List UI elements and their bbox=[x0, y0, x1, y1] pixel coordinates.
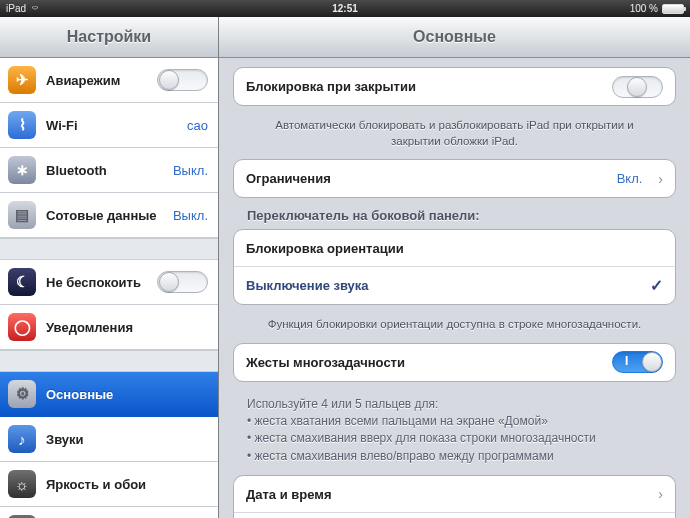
detail-scroll[interactable]: Блокировка при закрытии Автоматически бл… bbox=[219, 58, 690, 518]
wifi-value: cao bbox=[187, 118, 208, 133]
sidebar-item-label: Сотовые данные bbox=[46, 208, 157, 223]
wifi-status-icon: ⌔ bbox=[32, 3, 38, 14]
device-label: iPad bbox=[6, 3, 26, 14]
bluetooth-value: Выкл. bbox=[173, 163, 208, 178]
airplane-switch[interactable] bbox=[157, 69, 208, 91]
row-date-time[interactable]: Дата и время › bbox=[234, 476, 675, 513]
hint-b2: • жеста смахивания вверх для показа стро… bbox=[247, 430, 672, 447]
row-lock-cover[interactable]: Блокировка при закрытии bbox=[234, 68, 675, 105]
sidebar-item-label: Bluetooth bbox=[46, 163, 107, 178]
sidebar-gap bbox=[0, 238, 218, 260]
cellular-value: Выкл. bbox=[173, 208, 208, 223]
sideswitch-header: Переключатель на боковой панели: bbox=[233, 208, 676, 229]
general-icon: ⚙ bbox=[8, 380, 36, 408]
sidebar-item-label: Не беспокоить bbox=[46, 275, 141, 290]
battery-icon bbox=[662, 4, 684, 14]
option-label: Блокировка ориентации bbox=[246, 241, 404, 256]
chevron-right-icon: › bbox=[658, 171, 663, 187]
lock-cover-switch[interactable] bbox=[612, 76, 663, 98]
sidebar-item-label: Звуки bbox=[46, 432, 84, 447]
status-time: 12:51 bbox=[332, 3, 358, 14]
bluetooth-icon: ∗ bbox=[8, 156, 36, 184]
sidebar-item-brightness[interactable]: ☼ Яркость и обои bbox=[0, 462, 218, 507]
sidebar-item-dnd[interactable]: ☾ Не беспокоить bbox=[0, 260, 218, 305]
row-label: Блокировка при закрытии bbox=[246, 79, 416, 94]
brightness-icon: ☼ bbox=[8, 470, 36, 498]
sidebar-item-label: Основные bbox=[46, 387, 113, 402]
sidebar-item-frame[interactable]: ❀ Цифровая фоторамка bbox=[0, 507, 218, 518]
sidebar-gap bbox=[0, 350, 218, 372]
gestures-switch[interactable] bbox=[612, 351, 663, 373]
group-lockcover: Блокировка при закрытии bbox=[233, 67, 676, 106]
detail-pane: Основные Блокировка при закрытии Автомат… bbox=[219, 17, 690, 518]
sidebar-item-wifi[interactable]: ⌇ Wi-Fi cao bbox=[0, 103, 218, 148]
row-label: Ограничения bbox=[246, 171, 331, 186]
dnd-icon: ☾ bbox=[8, 268, 36, 296]
sidebar-list[interactable]: ✈ Авиарежим ⌇ Wi-Fi cao ∗ Bluetooth Выкл… bbox=[0, 58, 218, 518]
lock-cover-note: Автоматически блокировать и разблокирова… bbox=[233, 116, 676, 159]
sideswitch-note: Функция блокировки ориентации доступна в… bbox=[233, 315, 676, 343]
group-sideswitch: Блокировка ориентации Выключение звука bbox=[233, 229, 676, 305]
option-orientation-lock[interactable]: Блокировка ориентации bbox=[234, 230, 675, 267]
sidebar-title: Настройки bbox=[0, 17, 218, 58]
sidebar-item-label: Авиарежим bbox=[46, 73, 120, 88]
sidebar-item-label: Яркость и обои bbox=[46, 477, 146, 492]
notifications-icon: ◯ bbox=[8, 313, 36, 341]
group-misc: Дата и время › Клавиатура › Язык и текст… bbox=[233, 475, 676, 518]
gestures-hint: Используйте 4 или 5 пальцев для: • жеста… bbox=[233, 392, 676, 476]
group-gestures: Жесты многозадачности bbox=[233, 343, 676, 382]
sounds-icon: ♪ bbox=[8, 425, 36, 453]
option-mute[interactable]: Выключение звука bbox=[234, 267, 675, 304]
group-restrictions: Ограничения Вкл. › bbox=[233, 159, 676, 198]
restrictions-value: Вкл. bbox=[617, 171, 643, 186]
sidebar-item-bluetooth[interactable]: ∗ Bluetooth Выкл. bbox=[0, 148, 218, 193]
row-multitask-gestures[interactable]: Жесты многозадачности bbox=[234, 344, 675, 381]
wifi-icon: ⌇ bbox=[8, 111, 36, 139]
hint-b1: • жеста хватания всеми пальцами на экран… bbox=[247, 413, 672, 430]
hint-lead: Используйте 4 или 5 пальцев для: bbox=[247, 396, 672, 413]
battery-percent: 100 % bbox=[630, 3, 658, 14]
status-bar: iPad ⌔ 12:51 100 % bbox=[0, 0, 690, 17]
dnd-switch[interactable] bbox=[157, 271, 208, 293]
sidebar-item-general[interactable]: ⚙ Основные bbox=[0, 372, 218, 417]
detail-title: Основные bbox=[219, 17, 690, 58]
sidebar-item-label: Wi-Fi bbox=[46, 118, 78, 133]
option-label: Выключение звука bbox=[246, 278, 369, 293]
row-keyboard[interactable]: Клавиатура › bbox=[234, 513, 675, 518]
airplane-icon: ✈ bbox=[8, 66, 36, 94]
sidebar-item-notifications[interactable]: ◯ Уведомления bbox=[0, 305, 218, 350]
sidebar-item-airplane[interactable]: ✈ Авиарежим bbox=[0, 58, 218, 103]
cellular-icon: ▤ bbox=[8, 201, 36, 229]
sidebar-item-cellular[interactable]: ▤ Сотовые данные Выкл. bbox=[0, 193, 218, 238]
sidebar-item-label: Уведомления bbox=[46, 320, 133, 335]
settings-sidebar: Настройки ✈ Авиарежим ⌇ Wi-Fi cao ∗ Blue… bbox=[0, 17, 219, 518]
sidebar-item-sounds[interactable]: ♪ Звуки bbox=[0, 417, 218, 462]
row-restrictions[interactable]: Ограничения Вкл. › bbox=[234, 160, 675, 197]
row-label: Жесты многозадачности bbox=[246, 355, 405, 370]
chevron-right-icon: › bbox=[658, 486, 663, 502]
hint-b3: • жеста смахивания влево/вправо между пр… bbox=[247, 448, 672, 465]
row-label: Дата и время bbox=[246, 487, 332, 502]
